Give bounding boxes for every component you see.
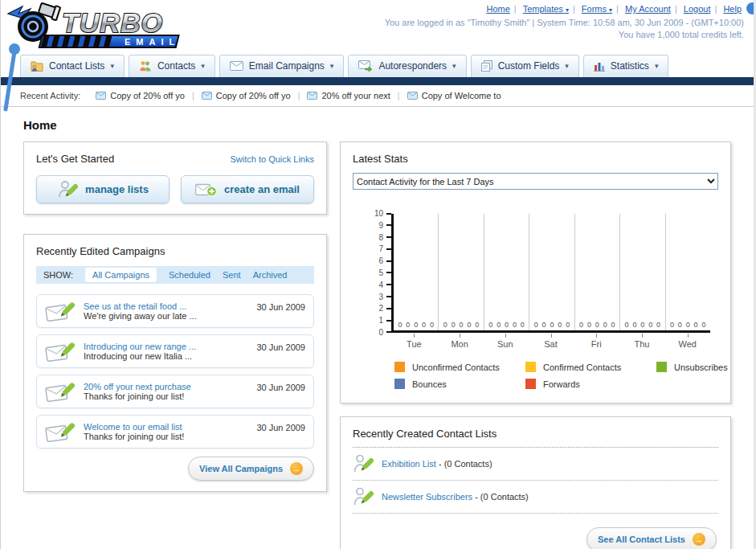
chart-x-label: Thu	[619, 333, 665, 349]
y-tick-label: 3	[362, 293, 391, 301]
legend-item: Forwards	[525, 379, 656, 389]
nav-tab-statistics[interactable]: Statistics ▾	[583, 55, 669, 77]
chart-value-label: 0	[430, 321, 434, 329]
recent-contact-lists-title: Recently Created Contact Lists	[353, 428, 718, 440]
campaign-edit-icon	[45, 300, 76, 322]
recent-activity-label: Recent Activity:	[20, 91, 80, 100]
nav-tab-contacts[interactable]: Contacts ▾	[129, 55, 215, 77]
y-tick-label: 0	[362, 328, 391, 337]
y-tick-label: 10	[362, 209, 391, 218]
chart-value-label: 0	[558, 321, 562, 329]
recent-activity-item[interactable]: Copy of 20% off yo	[96, 91, 185, 100]
recent-activity-item[interactable]: Copy of 20% off yo	[202, 91, 291, 100]
see-all-contact-lists-button[interactable]: See All Contact Lists →	[586, 527, 717, 549]
chart-value-label: 0	[467, 321, 471, 329]
campaign-date: 30 Jun 2009	[256, 423, 305, 432]
recent-activity-text: 20% off your next	[321, 91, 390, 100]
chart-x-label: Tue	[391, 333, 437, 349]
chart-value-label: 0	[452, 321, 456, 329]
campaign-title-link[interactable]: See us at the retail food ...	[84, 301, 248, 311]
nav-tab-autoresponders[interactable]: Autoresponders ▾	[348, 55, 466, 77]
campaign-row[interactable]: Introducing our new range ... Introducin…	[36, 334, 314, 368]
nav-tab-label: Custom Fields	[498, 60, 560, 72]
navy-divider-bar	[1, 77, 754, 85]
header-links: Home| Templates ▾| Forms ▾| My Account| …	[385, 4, 744, 14]
main-content: Home Let's Get Started Switch to Quick L…	[1, 107, 754, 549]
header-link-my-account[interactable]: My Account	[625, 4, 671, 14]
contact-list-item[interactable]: Newsletter Subscribers - (0 Contacts)	[353, 481, 718, 514]
nav-tab-custom-fields[interactable]: Custom Fields ▾	[471, 55, 579, 77]
campaign-title-link[interactable]: Welcome to our email list	[84, 422, 248, 432]
envelope-icon	[407, 92, 418, 100]
recent-activity-item[interactable]: Copy of Welcome to	[407, 91, 501, 100]
switch-quick-links-link[interactable]: Switch to Quick Links	[230, 154, 314, 164]
header-link-forms[interactable]: Forms ▾	[582, 4, 612, 14]
chart-value-label: 0	[414, 321, 418, 329]
chart-value-label: 0	[694, 321, 698, 329]
page-title: Home	[23, 118, 731, 132]
chart-x-label: Mon	[437, 333, 483, 349]
contact-list-link[interactable]: Newsletter Subscribers	[382, 492, 472, 502]
chart-day-group: 00000	[620, 214, 665, 330]
chart-value-label: 0	[534, 321, 538, 329]
campaign-title-link[interactable]: 20% off your next purchase	[84, 382, 248, 391]
header-right: Home| Templates ▾| Forms ▾| My Account| …	[385, 4, 744, 39]
campaign-subtitle: Thanks for joining our list!	[84, 391, 184, 401]
campaign-edit-icon	[45, 420, 76, 443]
chart-day-group: 00000	[575, 214, 620, 330]
separator: |	[714, 4, 717, 14]
chart-day-group: 00000	[484, 214, 529, 330]
header-link-logout[interactable]: Logout	[684, 4, 711, 14]
create-email-button[interactable]: create an email	[181, 175, 314, 203]
chart-value-label: 0	[443, 321, 447, 329]
campaign-title-link[interactable]: Introducing our new range ...	[84, 342, 248, 351]
latest-stats-panel: Latest Stats Contact Activity for the La…	[340, 141, 731, 404]
separator: |	[192, 91, 194, 100]
envelope-icon	[96, 92, 106, 100]
header-link-help[interactable]: Help	[723, 4, 742, 14]
chart-legend: Unconfirmed ContactsConfirmed ContactsUn…	[394, 362, 710, 389]
chart-value-label: 0	[566, 321, 570, 329]
contact-list-item[interactable]: Exhibition List - (0 Contacts)	[353, 448, 718, 481]
recent-activity-bar: Recent Activity: Copy of 20% off yo | Co…	[1, 85, 754, 107]
chevron-down-icon: ▾	[110, 62, 114, 70]
campaign-row[interactable]: Welcome to our email list Thanks for joi…	[36, 415, 314, 449]
contact-list-link[interactable]: Exhibition List	[382, 459, 436, 469]
stats-period-select[interactable]: Contact Activity for the Last 7 Days	[353, 173, 718, 190]
recent-activity-item[interactable]: 20% off your next	[307, 91, 390, 100]
latest-stats-title: Latest Stats	[353, 153, 718, 165]
chart-value-label: 0	[648, 321, 652, 329]
campaign-row[interactable]: See us at the retail food ... We're givi…	[36, 294, 314, 328]
header-link-templates[interactable]: Templates ▾	[523, 4, 569, 14]
list-edit-icon	[353, 486, 374, 507]
filter-scheduled[interactable]: Scheduled	[169, 270, 210, 280]
y-tick-label: 7	[362, 244, 391, 253]
filter-sent[interactable]: Sent	[223, 270, 241, 280]
campaign-row[interactable]: 20% off your next purchase Thanks for jo…	[36, 375, 314, 408]
chart-x-label: Sun	[482, 333, 528, 349]
chart-value-label: 0	[497, 321, 501, 329]
chart-x-label: Fri	[574, 333, 619, 349]
view-all-campaigns-button[interactable]: View All Campaigns →	[188, 457, 314, 481]
y-tick-label: 4	[362, 281, 391, 289]
nav-tab-contact-lists[interactable]: Contact Lists ▾	[20, 55, 125, 77]
app-window: TURBO EMAIL Home| Templates ▾| Forms ▾| …	[0, 0, 754, 549]
separator: |	[398, 91, 400, 100]
manage-lists-button[interactable]: manage lists	[36, 175, 170, 203]
credits-info: You have 1,000 total credits left.	[385, 30, 744, 39]
campaign-subtitle: We're giving away our late ...	[84, 311, 197, 321]
brand-logo[interactable]: TURBO EMAIL	[6, 2, 206, 51]
chart-y-axis: 109876543210	[362, 209, 391, 337]
chart-value-label: 0	[488, 321, 492, 329]
y-tick-label: 9	[362, 221, 391, 230]
brand-text: TURBO	[62, 7, 163, 38]
envelope-icon	[202, 92, 212, 100]
filter-all-campaigns[interactable]: All Campaigns	[85, 268, 157, 282]
campaign-date: 30 Jun 2009	[256, 342, 305, 352]
filter-archived[interactable]: Archived	[253, 270, 288, 280]
header-link-home[interactable]: Home	[486, 4, 509, 14]
nav-tab-email-campaigns[interactable]: Email Campaigns ▾	[219, 55, 345, 77]
create-email-label: create an email	[224, 183, 300, 195]
chevron-down-icon: ▾	[565, 62, 569, 70]
get-started-title: Let's Get Started	[36, 153, 114, 165]
